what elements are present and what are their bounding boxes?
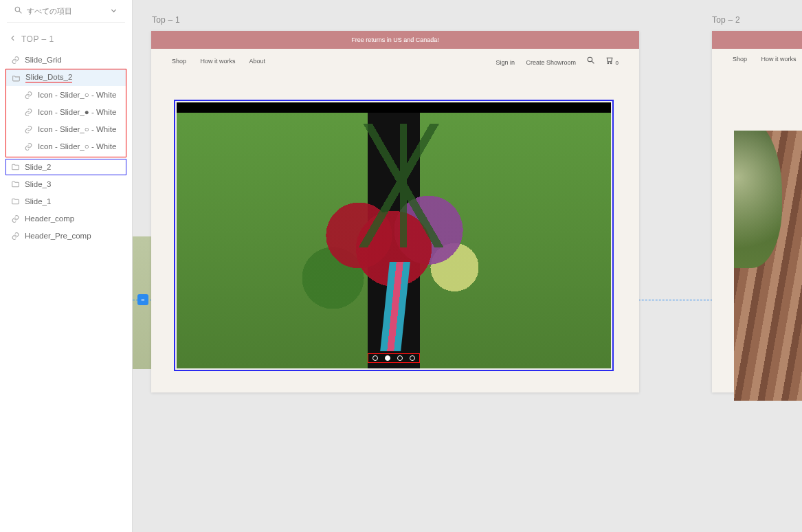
search-icon <box>14 5 23 16</box>
slider-dot-empty-icon[interactable] <box>397 355 403 361</box>
site-nav: Shop How it works About <box>712 49 802 63</box>
svg-point-4 <box>608 63 609 64</box>
layer-item[interactable]: Icon - Slider_○ - White <box>6 121 126 137</box>
cart-count: 0 <box>616 60 619 66</box>
layer-label: Icon - Slider_○ - White <box>38 91 116 99</box>
svg-line-3 <box>592 61 594 63</box>
annotation-red-box: Slide_Dots_2 Icon - Slider_○ - White Ico… <box>5 69 126 157</box>
layer-item[interactable]: Header_Pre_comp <box>5 228 126 244</box>
layer-label: Slide_Grid <box>25 56 62 64</box>
promo-banner: Free returns in US and Canada! <box>151 31 639 49</box>
layer-label: Slide_2 <box>25 163 51 171</box>
search-row[interactable]: すべての項目 <box>7 0 125 23</box>
chevron-left-icon <box>8 34 17 45</box>
link-icon <box>23 107 33 117</box>
layer-label: Slide_1 <box>25 197 51 206</box>
folder-icon <box>10 162 20 172</box>
folder-icon <box>10 197 20 206</box>
slide-2-selection[interactable] <box>174 100 614 371</box>
layer-item[interactable]: Slide_Grid <box>5 52 126 68</box>
svg-point-5 <box>610 63 612 64</box>
breadcrumb-label: TOP – 1 <box>21 34 54 44</box>
layer-item[interactable]: Icon - Slider_○ - White <box>6 87 126 103</box>
layer-item[interactable]: Icon - Slider_● - White <box>6 104 126 120</box>
link-icon <box>10 214 20 223</box>
nav-link-how[interactable]: How it works <box>201 58 236 65</box>
search-placeholder: すべての項目 <box>27 6 109 16</box>
link-icon <box>23 124 33 134</box>
nav-link-about[interactable]: About <box>249 58 266 65</box>
svg-line-1 <box>19 11 21 13</box>
frame-label-2[interactable]: Top – 2 <box>712 15 740 25</box>
link-icon <box>23 90 33 100</box>
link-icon <box>10 231 20 241</box>
hero-image-bouquet <box>177 102 611 368</box>
svg-point-0 <box>15 7 20 12</box>
layer-item[interactable]: Header_comp <box>5 210 126 227</box>
slide-dots-2-selection[interactable] <box>368 353 420 363</box>
slider-dot-empty-icon[interactable] <box>410 355 415 361</box>
layers-panel: すべての項目 TOP – 1 Slide_Grid Slide_Dots_2 <box>0 0 133 532</box>
artboard-top-2[interactable]: Free returns in US and Canada! Shop How … <box>712 31 802 392</box>
layer-label: Slide_Dots_2 <box>25 73 72 82</box>
nav-link-shop[interactable]: Shop <box>733 56 747 63</box>
nav-link-shop[interactable]: Shop <box>172 58 186 65</box>
slider-dot-filled-icon[interactable] <box>385 355 390 361</box>
layer-item[interactable]: Slide_2 <box>5 159 126 175</box>
layer-label: Icon - Slider_○ - White <box>38 142 116 151</box>
svg-point-2 <box>588 57 592 62</box>
frame-label-1[interactable]: Top – 1 <box>152 15 180 25</box>
layer-label: Header_comp <box>25 214 74 223</box>
chevron-down-icon[interactable] <box>109 6 118 16</box>
nav-link-create[interactable]: Create Showroom <box>526 59 576 66</box>
annotation-blue-box: Slide_2 <box>5 159 126 175</box>
layer-item[interactable]: Slide_3 <box>5 176 126 192</box>
layer-item-selected[interactable]: Slide_Dots_2 <box>6 69 126 86</box>
link-icon <box>10 55 20 65</box>
search-icon[interactable] <box>586 59 597 66</box>
breadcrumb-back[interactable]: TOP – 1 <box>0 30 132 52</box>
folder-icon <box>10 179 20 189</box>
layer-item[interactable]: Icon - Slider_○ - White <box>6 138 126 155</box>
layer-tree: Slide_Grid Slide_Dots_2 Icon - Slider_○ … <box>0 52 132 245</box>
layer-label: Slide_3 <box>25 180 51 188</box>
cart-icon[interactable] <box>605 59 616 66</box>
layer-item[interactable]: Slide_1 <box>5 193 126 210</box>
slider-dot-empty-icon[interactable] <box>372 355 378 361</box>
nav-link-how[interactable]: How it works <box>761 56 797 63</box>
link-icon <box>23 142 33 151</box>
site-nav: Shop How it works About Sign in Create S… <box>151 49 639 66</box>
folder-open-icon <box>11 73 21 82</box>
hero-image-fence <box>734 131 802 401</box>
layer-label: Icon - Slider_● - White <box>38 108 116 116</box>
guide-handle-icon[interactable]: = <box>137 294 148 305</box>
design-canvas[interactable]: Top – 1 Top – 2 = Free returns in US and… <box>133 0 802 532</box>
layer-label: Header_Pre_comp <box>25 232 91 240</box>
promo-banner: Free returns in US and Canada! <box>712 31 802 49</box>
nav-link-signin[interactable]: Sign in <box>495 59 515 66</box>
layer-label: Icon - Slider_○ - White <box>38 125 116 133</box>
